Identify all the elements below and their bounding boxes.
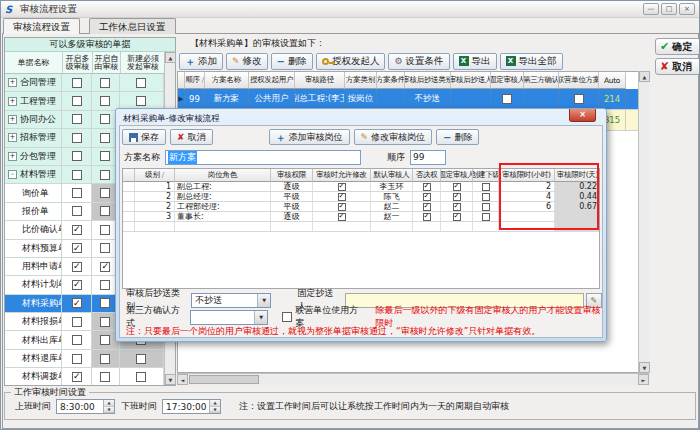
checkbox[interactable]: ✓ [423, 203, 431, 211]
add-audit-post-button[interactable]: ＋ 添加审核岗位 [269, 129, 350, 145]
checkbox[interactable] [72, 114, 82, 124]
checkbox[interactable] [100, 225, 110, 235]
checkbox[interactable] [502, 94, 512, 104]
checkbox[interactable] [72, 78, 82, 88]
checkbox[interactable]: ✓ [72, 243, 82, 253]
third-party-combobox[interactable]: ▼ [190, 310, 268, 325]
checkbox[interactable] [482, 193, 490, 201]
expand-icon[interactable]: + [8, 152, 17, 161]
scheme-name-input[interactable]: 新方案 [165, 150, 361, 165]
checkbox[interactable] [100, 280, 110, 290]
toolbar-button-添加[interactable]: ＋添加 [179, 53, 223, 70]
checkbox[interactable] [136, 372, 146, 382]
checkbox[interactable] [100, 188, 110, 198]
spin-down-icon[interactable]: ▼ [210, 407, 220, 414]
checkbox[interactable] [100, 354, 110, 364]
scroll-down-icon[interactable]: ▼ [639, 362, 650, 373]
checkbox[interactable] [72, 151, 82, 161]
expand-icon[interactable]: + [8, 115, 17, 124]
checkbox[interactable] [100, 335, 110, 345]
checkbox[interactable]: ✓ [72, 280, 82, 290]
document-row[interactable]: 材料调拨单✓ [5, 368, 164, 385]
checkbox[interactable] [482, 183, 490, 191]
maximize-icon[interactable]: □ [661, 3, 677, 15]
checkbox[interactable]: ✓ [72, 372, 82, 382]
checkbox[interactable] [482, 203, 490, 211]
checkbox[interactable] [100, 298, 110, 308]
checkbox[interactable] [136, 96, 146, 106]
delete-audit-post-button[interactable]: − 删除 [436, 129, 479, 145]
joint-scheme-checkbox[interactable] [282, 312, 292, 322]
scrollbar-thumb[interactable] [189, 375, 259, 384]
document-row[interactable]: 材料退库单 [5, 350, 164, 368]
checkbox[interactable] [72, 96, 82, 106]
toolbar-button-设置条件[interactable]: ⚙设置条件 [388, 53, 449, 70]
checkbox[interactable] [100, 114, 110, 124]
toolbar-button-导出全部[interactable]: X导出全部 [500, 53, 563, 70]
tab-rest-day-settings[interactable]: 工作休息日设置 [89, 18, 176, 34]
checkbox[interactable] [100, 133, 110, 143]
scroll-right-icon[interactable]: ► [638, 374, 649, 385]
edit-audit-post-button[interactable]: ✎ 修改审核岗位 [354, 129, 433, 145]
collapse-icon[interactable]: - [8, 170, 17, 179]
save-button[interactable]: 保存 [122, 129, 166, 145]
checkbox[interactable] [72, 354, 82, 364]
scroll-down-icon[interactable]: ▼ [165, 374, 176, 385]
spinner-arrows[interactable]: ▲▼ [103, 400, 114, 413]
checkbox[interactable] [72, 206, 82, 216]
checkbox[interactable]: ✓ [423, 193, 431, 201]
tab-audit-flow-settings[interactable]: 审核流程设置 [3, 18, 80, 34]
audit-post-row[interactable]: 3董事长:逐级✓赵一✓✓ [123, 212, 599, 222]
checkbox[interactable] [136, 354, 146, 364]
toolbar-button-导出[interactable]: X导出 [453, 53, 497, 70]
minimize-icon[interactable]: — [643, 3, 659, 15]
scroll-up-icon[interactable]: ▲ [639, 71, 650, 82]
cc-type-combobox[interactable]: 不抄送 ▼ [191, 293, 271, 308]
chevron-down-icon[interactable]: ▼ [254, 311, 267, 324]
expand-icon[interactable]: + [8, 97, 17, 106]
scroll-left-icon[interactable]: ◄ [177, 374, 188, 385]
checkbox[interactable] [72, 317, 82, 327]
checkbox[interactable]: ✓ [338, 193, 346, 201]
expand-icon[interactable]: + [8, 133, 17, 142]
checkbox[interactable] [136, 78, 146, 88]
document-row[interactable]: +合同管理 [5, 74, 164, 92]
spin-down-icon[interactable]: ▼ [104, 407, 114, 414]
scheme-row[interactable]: ▶99新方案公共用户副总工程:(李玉按岗位不抄送214 [178, 89, 638, 110]
checkbox[interactable]: ✓ [453, 193, 461, 201]
checkbox[interactable]: ✓ [72, 298, 82, 308]
checkbox[interactable]: ✓ [338, 213, 346, 221]
checkbox[interactable] [100, 170, 110, 180]
checkbox[interactable]: ✓ [423, 183, 431, 191]
checkbox[interactable] [100, 151, 110, 161]
checkbox[interactable] [72, 335, 82, 345]
checkbox[interactable] [100, 78, 110, 88]
dialog-close-icon[interactable]: × [569, 109, 596, 122]
checkbox[interactable] [100, 96, 110, 106]
checkbox[interactable] [100, 372, 110, 382]
audit-post-row[interactable] [123, 222, 599, 232]
checkbox[interactable] [72, 188, 82, 198]
checkbox[interactable] [100, 243, 110, 253]
audit-post-row[interactable]: 2工程部经理:平级✓赵二✓✓60.67 [123, 202, 599, 212]
checkbox[interactable] [100, 206, 110, 216]
checkbox[interactable]: ✓ [453, 183, 461, 191]
checkbox[interactable]: ✓ [453, 203, 461, 211]
checkbox[interactable] [574, 94, 584, 104]
schemes-hscrollbar[interactable]: ◄ ► [177, 373, 649, 385]
checkbox[interactable] [100, 317, 110, 327]
end-time-spinner[interactable]: 17:30:00 ▲▼ [162, 399, 221, 414]
chevron-down-icon[interactable]: ▼ [257, 294, 270, 307]
toolbar-button-修改[interactable]: ✎修改 [226, 53, 268, 70]
toolbar-button-授权发起人[interactable]: 授权发起人 [316, 53, 386, 70]
cancel-button[interactable]: ✘ 取消 [655, 58, 700, 75]
checkbox[interactable]: ✓ [338, 203, 346, 211]
schemes-vscrollbar[interactable]: ▲ ▼ [638, 71, 649, 373]
audit-post-row[interactable]: 2副总经理:平级✓陈飞✓✓40.44 [123, 192, 599, 202]
scroll-up-icon[interactable]: ▲ [165, 52, 176, 63]
checkbox[interactable] [72, 133, 82, 143]
audit-post-row[interactable]: 1副总工程:逐级✓李玉环✓✓20.22 [123, 182, 599, 192]
toolbar-button-删除[interactable]: −删除 [271, 53, 313, 70]
start-time-spinner[interactable]: 8:30:00 ▲▼ [56, 399, 115, 414]
close-icon[interactable]: × [679, 3, 695, 15]
